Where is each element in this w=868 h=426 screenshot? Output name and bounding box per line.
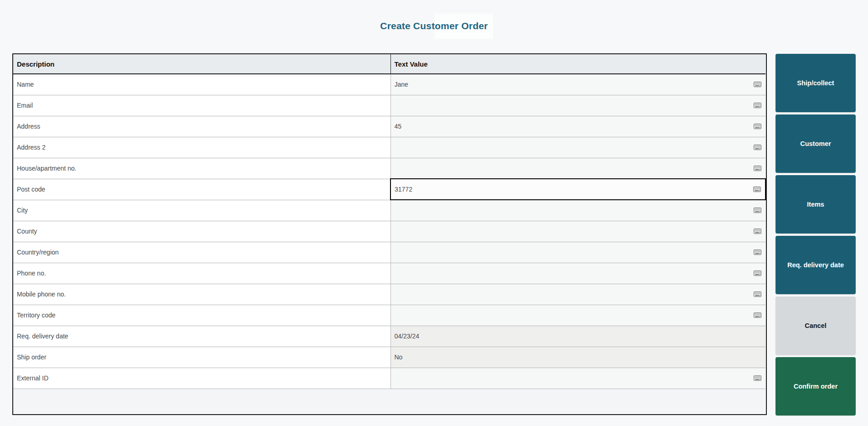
- field-label-county: County: [13, 221, 390, 242]
- field-value-address[interactable]: 45: [390, 116, 765, 137]
- table-row-address: Address 45: [13, 116, 765, 137]
- field-label-house-apartment-no: House/apartment no.: [13, 158, 390, 179]
- sidebar-button-req-delivery-date[interactable]: Req. delivery date: [776, 236, 856, 294]
- field-label-email: Email: [13, 95, 390, 116]
- table-header-row: Description Text Value: [13, 54, 765, 74]
- table-row-external-id: External ID: [13, 368, 765, 389]
- field-label-phone-no: Phone no.: [13, 263, 390, 284]
- keyboard-icon[interactable]: [754, 229, 761, 234]
- table-row-email: Email: [13, 95, 765, 116]
- keyboard-icon[interactable]: [754, 312, 761, 318]
- table-row-city: City: [13, 200, 765, 221]
- keyboard-icon[interactable]: [754, 208, 761, 213]
- field-value-country-region[interactable]: [390, 242, 765, 263]
- field-value-name[interactable]: Jane: [390, 74, 765, 95]
- action-sidebar: Ship/collect Customer Items Req. deliver…: [776, 54, 856, 416]
- field-value-text: 45: [395, 123, 402, 130]
- field-value-text: Jane: [395, 81, 408, 88]
- keyboard-icon[interactable]: [754, 124, 761, 129]
- field-value-text: No: [395, 353, 403, 361]
- sidebar-button-label: Confirm order: [794, 383, 838, 390]
- field-label-post-code: Post code: [13, 179, 390, 200]
- field-value-req-delivery-date: 04/23/24: [390, 326, 765, 347]
- field-label-territory-code: Territory code: [13, 305, 390, 326]
- keyboard-icon[interactable]: [754, 291, 761, 297]
- field-label-city: City: [13, 200, 390, 221]
- table-row-post-code: Post code 31772: [13, 179, 765, 200]
- sidebar-button-ship-collect[interactable]: Ship/collect: [776, 54, 856, 112]
- field-label-address-2: Address 2: [13, 137, 390, 158]
- table-row-territory-code: Territory code: [13, 305, 765, 326]
- field-value-text: 04/23/24: [395, 332, 420, 340]
- field-value-external-id[interactable]: [390, 368, 765, 389]
- column-header-description: Description: [13, 54, 390, 74]
- table-row-address-2: Address 2: [13, 137, 765, 158]
- field-value-phone-no[interactable]: [390, 263, 765, 284]
- page-title: Create Customer Order: [0, 21, 868, 31]
- table-row-house-apartment-no: House/apartment no.: [13, 158, 765, 179]
- field-value-house-apartment-no[interactable]: [390, 158, 765, 179]
- sidebar-button-items[interactable]: Items: [776, 175, 856, 234]
- field-value-text: 31772: [395, 186, 412, 193]
- sidebar-button-label: Items: [807, 201, 824, 208]
- field-value-post-code[interactable]: 31772: [390, 179, 765, 200]
- column-header-text-value: Text Value: [390, 54, 765, 74]
- table-row-mobile-phone-no: Mobile phone no.: [13, 284, 765, 305]
- table-row-name: Name Jane: [13, 74, 765, 95]
- keyboard-icon[interactable]: [754, 249, 761, 255]
- table-row-phone-no: Phone no.: [13, 263, 765, 284]
- keyboard-icon[interactable]: [754, 270, 761, 276]
- field-label-name: Name: [13, 74, 390, 95]
- keyboard-icon[interactable]: [753, 187, 761, 192]
- field-value-email[interactable]: [390, 95, 765, 116]
- table-row-country-region: Country/region: [13, 242, 765, 263]
- keyboard-icon[interactable]: [754, 145, 761, 150]
- field-value-ship-order: No: [390, 347, 765, 368]
- field-value-territory-code[interactable]: [390, 305, 765, 326]
- keyboard-icon[interactable]: [754, 166, 761, 171]
- sidebar-button-label: Ship/collect: [797, 79, 834, 87]
- field-value-county[interactable]: [390, 221, 765, 242]
- order-fields-table: Description Text Value Name Jane: [12, 53, 767, 415]
- sidebar-button-label: Cancel: [805, 322, 827, 329]
- field-value-city[interactable]: [390, 200, 765, 221]
- keyboard-icon[interactable]: [754, 375, 761, 381]
- sidebar-button-label: Req. delivery date: [787, 261, 844, 269]
- field-label-mobile-phone-no: Mobile phone no.: [13, 284, 390, 305]
- table-row-req-delivery-date: Req. delivery date 04/23/24: [13, 326, 765, 347]
- table-row-county: County: [13, 221, 765, 242]
- table-row-ship-order: Ship order No: [13, 347, 765, 368]
- keyboard-icon[interactable]: [754, 82, 761, 87]
- field-label-address: Address: [13, 116, 390, 137]
- field-label-external-id: External ID: [13, 368, 390, 389]
- sidebar-button-label: Customer: [800, 140, 831, 147]
- field-value-mobile-phone-no[interactable]: [390, 284, 765, 305]
- sidebar-button-cancel[interactable]: Cancel: [776, 296, 856, 355]
- sidebar-button-customer[interactable]: Customer: [776, 114, 856, 173]
- field-label-country-region: Country/region: [13, 242, 390, 263]
- field-value-address-2[interactable]: [390, 137, 765, 158]
- field-label-req-delivery-date: Req. delivery date: [13, 326, 390, 347]
- keyboard-icon[interactable]: [754, 103, 761, 108]
- sidebar-button-confirm-order[interactable]: Confirm order: [776, 357, 856, 416]
- field-label-ship-order: Ship order: [13, 347, 390, 368]
